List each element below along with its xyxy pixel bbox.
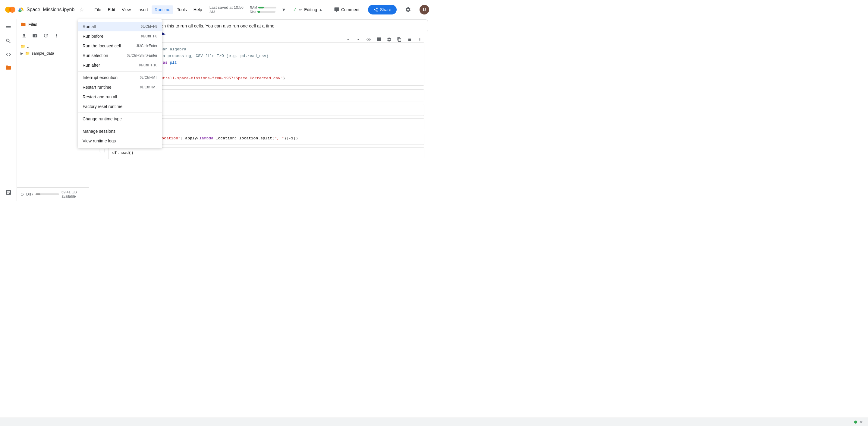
sidebar-files-icon[interactable] (2, 61, 14, 74)
cell-content-5[interactable]: df.head() (108, 147, 424, 159)
editing-label: Editing (304, 7, 317, 12)
drive-icon (18, 7, 24, 13)
sidebar-menu-icon[interactable] (2, 22, 14, 34)
menu-factory-reset[interactable]: Factory reset runtime (78, 102, 162, 111)
menu-change-runtime[interactable]: Change runtime type (78, 114, 162, 124)
menu-run-selection[interactable]: Run selection ⌘/Ctrl+Shift+Enter (78, 51, 162, 60)
share-button[interactable]: Share (368, 5, 397, 15)
svg-point-1 (9, 6, 16, 12)
sample-data-folder-icon: 📁 (25, 51, 30, 56)
menu-file[interactable]: File (91, 5, 104, 14)
disk-info: Disk 69.41 GB available (17, 187, 89, 201)
ram-disk-dropdown-icon[interactable]: ▾ (282, 6, 285, 13)
logo-area: Space_Missions.ipynb ☆ (5, 4, 84, 15)
pencil-icon: ✏ (299, 7, 302, 12)
menu-section-interrupt: Interrupt execution ⌘/Ctrl+M I Restart r… (78, 72, 162, 113)
chevron-up-icon: ▲ (319, 7, 322, 12)
menu-restart[interactable]: Restart runtime ⌘/Ctrl+M . (78, 82, 162, 92)
menu-insert[interactable]: Insert (134, 5, 151, 14)
new-folder-button[interactable] (30, 31, 40, 40)
refresh-files-button[interactable] (41, 31, 51, 40)
settings-button[interactable] (401, 5, 415, 15)
folder-up-icon: 📁 (21, 44, 25, 49)
menu-manage-sessions[interactable]: Manage sessions (78, 126, 162, 136)
share-label: Share (380, 7, 391, 12)
chevron-right-icon: ▶ (21, 51, 23, 56)
code-cell-5: [ ] df.head() (99, 147, 424, 159)
menu-edit[interactable]: Edit (105, 5, 118, 14)
menu-view[interactable]: View (119, 5, 134, 14)
menu-run-focused[interactable]: Run the focused cell ⌘/Ctrl+Enter (78, 41, 162, 51)
top-bar-right: RAM Disk ▾ ✓ ✏ Editing ▲ (250, 5, 429, 15)
ram-label: RAM (250, 6, 257, 9)
disk-info-icon (21, 192, 24, 196)
disk-progress-bar (257, 11, 276, 13)
avatar[interactable]: U (420, 5, 429, 15)
ram-progress-bar (258, 7, 276, 8)
disk-available-text: 69.41 GB available (61, 190, 85, 199)
check-icon: ✓ (293, 7, 297, 12)
menu-run-after[interactable]: Run after ⌘/Ctrl+F10 (78, 60, 162, 70)
sidebar-code-icon[interactable] (2, 48, 14, 60)
sidebar-search-icon[interactable] (2, 35, 14, 47)
colab-logo (5, 4, 16, 15)
disk-usage-bar (36, 193, 59, 195)
sidebar (0, 19, 17, 201)
disk-progress-fill (257, 11, 260, 13)
menu-help[interactable]: Help (190, 5, 205, 14)
settings-icon (405, 7, 411, 13)
menu-bar: File Edit View Insert Runtime Tools Help… (91, 5, 250, 14)
comment-button[interactable]: Comment (330, 5, 363, 14)
editing-button[interactable]: ✓ ✏ Editing ▲ (290, 5, 326, 14)
disk-label-panel: Disk (26, 192, 33, 196)
menu-run-before[interactable]: Run before ⌘/Ctrl+F8 (78, 31, 162, 41)
sidebar-terminal-icon[interactable] (2, 187, 14, 199)
star-icon[interactable]: ☆ (79, 6, 84, 13)
menu-interrupt[interactable]: Interrupt execution ⌘/Ctrl+M I (78, 73, 162, 82)
disk-usage-fill (36, 193, 40, 195)
cell-bracket-open-5: [ ] (99, 148, 106, 153)
files-header-icon (21, 22, 26, 27)
runtime-dropdown-menu: Run all ⌘/Ctrl+F9 Run before ⌘/Ctrl+F8 R… (78, 19, 162, 148)
last-saved: Last saved at 10:56 AM (210, 5, 250, 14)
comment-label: Comment (341, 7, 360, 12)
menu-view-logs[interactable]: View runtime logs (78, 136, 162, 146)
files-panel-title: Files (28, 22, 37, 27)
more-files-button[interactable] (52, 31, 61, 40)
share-icon (373, 7, 378, 12)
ram-progress-fill (258, 7, 264, 8)
tooltip-text: Click on this to run all cells. You can … (150, 23, 275, 28)
comment-icon (334, 7, 339, 12)
menu-section-sessions: Manage sessions View runtime logs (78, 125, 162, 147)
menu-run-all[interactable]: Run all ⌘/Ctrl+F9 (78, 22, 162, 31)
menu-section-run: Run all ⌘/Ctrl+F9 Run before ⌘/Ctrl+F8 R… (78, 21, 162, 72)
menu-restart-run-all[interactable]: Restart and run all (78, 92, 162, 102)
file-name[interactable]: Space_Missions.ipynb (27, 7, 74, 12)
ram-disk-indicator: RAM Disk (250, 6, 276, 13)
top-bar: Space_Missions.ipynb ☆ File Edit View In… (0, 0, 434, 19)
upload-file-button[interactable] (19, 31, 29, 40)
disk-label-top: Disk (250, 10, 256, 13)
main-layout: Files (0, 19, 434, 201)
menu-runtime[interactable]: Runtime (152, 5, 173, 14)
tooltip-annotation: Click on this to run all cells. You can … (144, 19, 428, 32)
menu-tools[interactable]: Tools (174, 5, 190, 14)
menu-section-type: Change runtime type (78, 113, 162, 125)
